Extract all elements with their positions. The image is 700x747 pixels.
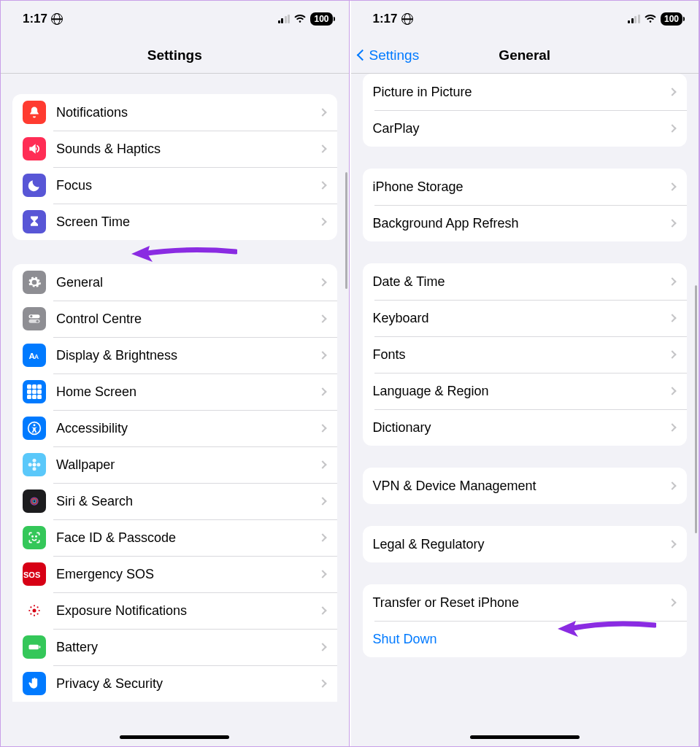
row-dictionary[interactable]: Dictionary [363,409,688,446]
status-time: 1:17 [373,12,398,26]
svg-point-21 [33,609,36,613]
svg-point-26 [30,606,31,608]
wifi-icon [293,14,307,24]
row-exposure[interactable]: Exposure Notifications [12,592,337,629]
siri-icon [23,489,46,513]
home-indicator[interactable] [470,735,580,739]
row-label: Focus [56,178,320,193]
row-label: Transfer or Reset iPhone [373,595,670,611]
row-emergency-sos[interactable]: SOSEmergency SOS [12,556,337,592]
chevron-right-icon [668,88,676,96]
row-label: Background App Refresh [373,216,670,231]
chevron-right-icon [318,108,326,116]
row-sounds[interactable]: Sounds & Haptics [12,131,337,167]
row-label: Fonts [373,347,670,363]
scroll-indicator[interactable] [695,285,697,533]
chevron-right-icon [318,387,326,395]
row-label: iPhone Storage [373,179,670,195]
chevron-right-icon [668,423,676,431]
row-privacy[interactable]: Privacy & Security [12,665,337,702]
row-fonts[interactable]: Fonts [363,336,688,373]
general-group-2: iPhone StorageBackground App Refresh [363,169,688,241]
back-button[interactable]: Settings [358,37,420,73]
svg-point-11 [28,463,32,467]
row-control-centre[interactable]: Control Centre [12,301,337,337]
svg-point-2 [30,315,32,317]
general-group-6: Transfer or Reset iPhoneShut Down [363,584,688,657]
svg-point-22 [34,605,35,606]
row-screentime[interactable]: Screen Time [12,204,337,240]
row-vpn[interactable]: VPN & Device Management [363,468,688,504]
row-transfer-reset[interactable]: Transfer or Reset iPhone [363,584,688,621]
general-group-1: Picture in PictureCarPlay [363,74,688,147]
moon-icon [23,174,46,197]
row-general[interactable]: General [12,264,337,301]
status-time: 1:17 [23,12,47,26]
chevron-right-icon [318,217,326,225]
row-label: Siri & Search [56,494,320,509]
row-pip[interactable]: Picture in Picture [363,74,688,110]
svg-point-12 [36,463,40,467]
svg-rect-30 [29,645,39,650]
chevron-right-icon [318,181,326,189]
row-label: CarPlay [373,121,670,136]
row-carplay[interactable]: CarPlay [363,110,688,147]
chevron-right-icon [668,481,676,489]
grid-icon [23,380,46,403]
row-date-time[interactable]: Date & Time [363,263,688,300]
row-keyboard[interactable]: Keyboard [363,300,688,336]
row-label: Picture in Picture [373,85,670,100]
chevron-right-icon [318,314,326,322]
row-label: Privacy & Security [56,676,320,692]
svg-point-9 [33,459,36,462]
row-accessibility[interactable]: Accessibility [12,410,337,446]
status-bar: 1:17 100 [1,1,349,37]
row-label: Screen Time [56,214,320,230]
page-title: General [499,47,550,63]
phone-settings: 1:17 100 Settings NotificationsSounds & … [1,1,350,746]
svg-text:A: A [34,353,39,360]
row-display-brightness[interactable]: AADisplay & Brightness [12,337,337,374]
cellular-signal-icon [278,15,291,23]
chevron-right-icon [318,643,326,651]
row-bg-refresh[interactable]: Background App Refresh [363,205,688,241]
row-siri-search[interactable]: Siri & Search [12,483,337,519]
svg-rect-31 [39,646,41,648]
row-home-screen[interactable]: Home Screen [12,374,337,410]
chevron-right-icon [668,598,676,606]
row-storage[interactable]: iPhone Storage [363,169,688,205]
scroll-indicator[interactable] [345,172,347,289]
svg-point-7 [34,424,36,426]
settings-group-2: GeneralControl CentreAADisplay & Brightn… [12,264,337,702]
row-legal[interactable]: Legal & Regulatory [363,526,688,562]
row-wallpaper[interactable]: Wallpaper [12,446,337,483]
chevron-right-icon [668,182,676,190]
row-lang-region[interactable]: Language & Region [363,373,688,409]
row-label: Language & Region [373,384,670,399]
home-indicator[interactable] [120,735,229,739]
row-label: Display & Brightness [56,348,320,363]
row-label: Keyboard [373,311,670,326]
back-label: Settings [369,47,420,63]
chevron-right-icon [318,533,326,541]
svg-point-17 [32,536,33,537]
accessibility-icon [23,417,46,440]
chevron-right-icon [318,278,326,286]
row-label: Home Screen [56,384,320,400]
row-battery[interactable]: Battery [12,629,337,665]
chevron-right-icon [668,277,676,285]
row-shutdown[interactable]: Shut Down [363,621,688,657]
chevron-right-icon [668,350,676,358]
row-focus[interactable]: Focus [12,167,337,204]
row-label: Emergency SOS [56,567,320,582]
phone-general: 1:17 100 Settings General Picture in Pic… [351,1,700,746]
page-title: Settings [147,47,202,63]
svg-point-24 [28,610,30,611]
row-faceid[interactable]: Face ID & Passcode [12,519,337,556]
switches-icon [23,307,46,330]
faceid-icon [23,526,46,549]
nav-bar: Settings General [351,37,699,74]
status-bar: 1:17 100 [351,1,699,37]
nav-bar: Settings [1,37,349,74]
row-notifications[interactable]: Notifications [12,94,337,131]
